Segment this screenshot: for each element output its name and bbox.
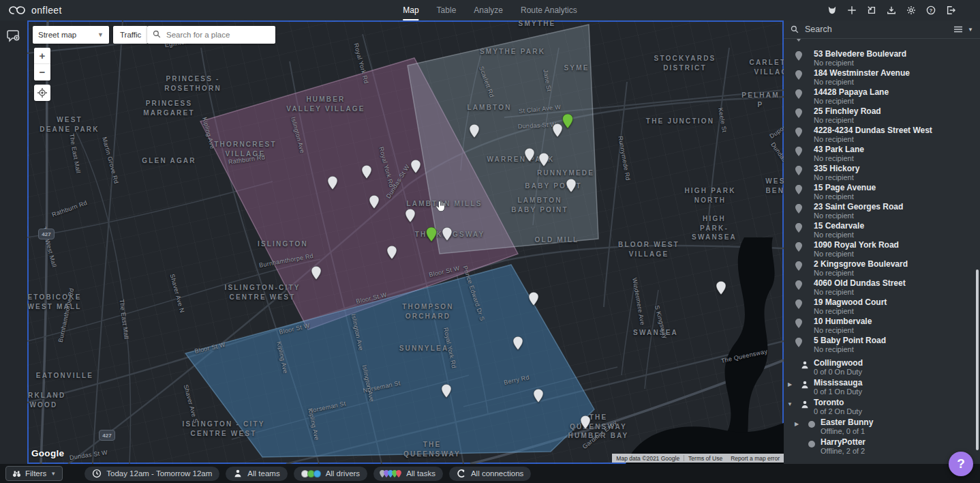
task-pin-icon — [784, 87, 814, 99]
place-search-box[interactable] — [147, 26, 275, 44]
task-pin[interactable] — [411, 160, 420, 176]
task-pin[interactable] — [566, 179, 576, 195]
task-list-item[interactable]: 15 Page AvenueNo recipient — [784, 183, 980, 202]
task-recipient: No recipient — [814, 59, 980, 67]
sidebar-search-row: ▼ — [784, 20, 980, 39]
task-pin[interactable] — [442, 227, 452, 244]
basemap-value: Street map — [38, 31, 76, 39]
chat-add-icon[interactable] — [5, 27, 22, 44]
settings-icon[interactable] — [906, 5, 916, 15]
expand-arrow-icon[interactable]: ▼ — [784, 398, 796, 407]
task-pin[interactable] — [716, 281, 726, 297]
team-row-collingwood[interactable]: Collingwood0 of 0 On Duty — [784, 358, 980, 378]
task-list-item[interactable]: 4228-4234 Dundas Street WestNo recipient — [784, 126, 980, 145]
sidebar-scrollbar[interactable] — [976, 269, 979, 450]
add-icon[interactable] — [847, 5, 857, 15]
import-icon[interactable] — [867, 5, 876, 15]
sidebar-search-input[interactable] — [803, 24, 949, 35]
team-row-mississauga[interactable]: ▶Mississauga0 of 1 On Duty — [784, 378, 980, 398]
team-status: 0 of 1 On Duty — [814, 387, 862, 396]
traffic-button[interactable]: Traffic — [113, 26, 148, 44]
zoom-controls: + − — [34, 48, 50, 80]
driver-pin[interactable] — [563, 114, 573, 131]
task-list-item[interactable]: 53 Belvedere BoulevardNo recipient — [784, 49, 980, 68]
zoom-in-button[interactable]: + — [34, 48, 50, 64]
driver-pin[interactable] — [427, 227, 437, 244]
filter-chip-all-teams[interactable]: All teams — [226, 467, 287, 481]
driver-row[interactable]: ▶Easter BunnyOffline, 0 of 1 — [784, 418, 980, 437]
task-pin[interactable] — [534, 389, 543, 405]
expand-arrow-icon[interactable] — [784, 358, 796, 362]
filter-chip-all-drivers[interactable]: All drivers — [294, 467, 367, 481]
download-icon[interactable] — [887, 5, 896, 15]
fox-icon[interactable] — [827, 5, 837, 15]
basemap-select[interactable]: Street map ▼ — [33, 26, 109, 44]
place-search-input[interactable] — [165, 30, 273, 40]
task-list-item[interactable]: 1090 Royal York RoadNo recipient — [784, 240, 980, 259]
filter-chip-all-tasks[interactable]: All tasks — [373, 467, 443, 481]
task-pin[interactable] — [405, 209, 415, 225]
task-pin[interactable] — [513, 336, 523, 353]
task-pin[interactable] — [442, 384, 451, 400]
help-fab-button[interactable]: ? — [949, 452, 973, 476]
task-recipient: No recipient — [814, 211, 980, 220]
task-pin[interactable] — [529, 292, 538, 308]
task-list-item[interactable]: 23 Saint Georges RoadNo recipient — [784, 202, 980, 221]
task-pin[interactable] — [581, 415, 590, 432]
expand-arrow-icon[interactable]: ▶ — [791, 418, 803, 427]
map-canvas[interactable]: PRINCESS - ROSETHORNPRINCESS MARGARETWES… — [27, 20, 784, 464]
team-status: 0 of 0 On Duty — [814, 368, 863, 376]
filters-button[interactable]: Filters ▼ — [5, 466, 63, 481]
task-list-item[interactable]: 43 Park LaneNo recipient — [784, 145, 980, 164]
task-pin[interactable] — [539, 153, 549, 169]
task-list-item[interactable]: 10 HumbervaleNo recipient — [784, 317, 980, 336]
tab-map[interactable]: Map — [403, 0, 418, 20]
task-pin-icon — [784, 221, 814, 233]
task-pin[interactable] — [470, 124, 479, 141]
task-pin[interactable] — [387, 246, 397, 262]
task-title: 184 Westminster Avenue — [814, 68, 980, 78]
tab-table[interactable]: Table — [437, 0, 457, 20]
tab-analyze[interactable]: Analyze — [474, 0, 503, 20]
filters-label: Filters — [25, 469, 46, 478]
task-list-item[interactable]: 14428 Papaya LaneNo recipient — [784, 87, 980, 106]
task-title: 10 Humbervale — [814, 317, 980, 326]
driver-row[interactable]: HarryPotterOffline, 2 of 2 — [784, 437, 980, 457]
help-icon[interactable]: ? — [926, 5, 936, 15]
task-list-item[interactable]: 15 CedarvaleNo recipient — [784, 221, 980, 240]
filter-chip-today-12am---tomorrow-12am[interactable]: Today 12am - Tomorrow 12am — [85, 467, 219, 481]
task-pin[interactable] — [311, 266, 321, 282]
chevron-down-icon[interactable]: ▼ — [968, 27, 973, 33]
task-list-item[interactable]: 184 Westminster AvenueNo recipient — [784, 68, 980, 87]
search-icon — [153, 29, 161, 41]
task-list-item[interactable]: 2 Kingsgrove BoulevardNo recipient — [784, 259, 980, 278]
main-tabs: MapTableAnalyzeRoute Analytics — [403, 0, 577, 20]
report-map-error-link[interactable]: Report a map error — [726, 455, 784, 462]
expand-arrow-icon[interactable] — [791, 437, 803, 441]
task-title: 15 Page Avenue — [814, 183, 980, 192]
task-pin[interactable] — [525, 148, 534, 164]
task-pin[interactable] — [369, 195, 379, 211]
logout-icon[interactable] — [946, 5, 955, 15]
task-list-item[interactable]: No recipient — [784, 39, 980, 49]
list-view-icon[interactable] — [953, 25, 963, 33]
task-list-item[interactable]: 19 Magwood CourtNo recipient — [784, 297, 980, 317]
google-logo[interactable]: Google — [31, 448, 64, 458]
brand-name: onfleet — [31, 5, 62, 16]
task-pin[interactable] — [553, 123, 562, 140]
terms-of-use-link[interactable]: Terms of Use — [684, 455, 726, 462]
filter-chip-all-connections[interactable]: All connections — [449, 467, 531, 481]
expand-arrow-icon[interactable]: ▶ — [784, 378, 796, 387]
task-list-item[interactable]: 5 Baby Point RoadNo recipient — [784, 336, 980, 355]
task-list-item[interactable]: 25 Finchley RoadNo recipient — [784, 106, 980, 126]
task-pin[interactable] — [328, 176, 337, 192]
onfleet-brand[interactable]: onfleet — [0, 5, 62, 16]
zoom-out-button[interactable]: − — [34, 64, 50, 80]
my-location-button[interactable] — [34, 85, 50, 101]
tab-route-analytics[interactable]: Route Analytics — [521, 0, 577, 20]
task-list-item[interactable]: 4060 Old Dundas StreetNo recipient — [784, 278, 980, 297]
task-pin[interactable] — [362, 165, 371, 181]
team-row-toronto[interactable]: ▼Toronto0 of 2 On Duty — [784, 398, 980, 418]
task-list-item[interactable]: 335 HickoryNo recipient — [784, 164, 980, 183]
task-pin-icon — [784, 259, 814, 271]
